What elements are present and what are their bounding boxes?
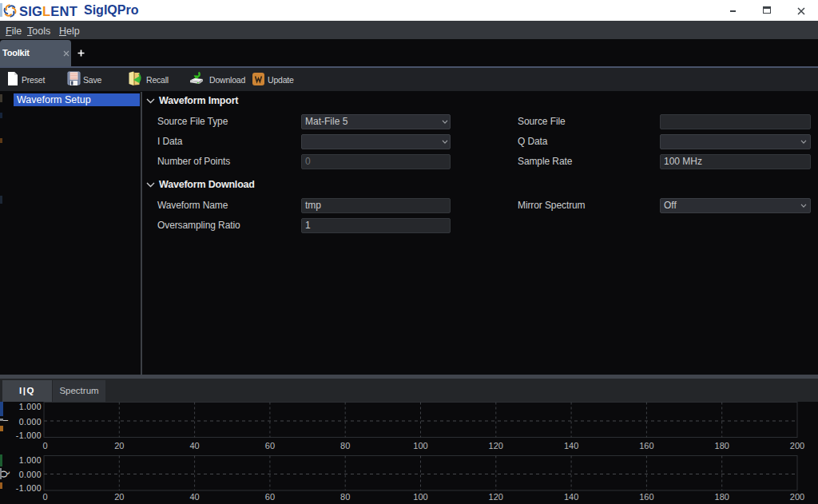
- svg-text:140: 140: [564, 492, 578, 502]
- svg-text:1.000: 1.000: [19, 402, 42, 411]
- svg-text:80: 80: [340, 441, 350, 450]
- svg-text:60: 60: [265, 492, 275, 502]
- svg-text:0.000: 0.000: [19, 470, 42, 479]
- svg-text:-1.000: -1.000: [16, 483, 42, 493]
- svg-text:0.000: 0.000: [19, 417, 42, 427]
- svg-text:160: 160: [639, 492, 653, 502]
- svg-text:160: 160: [639, 441, 653, 450]
- svg-text:120: 120: [489, 492, 503, 502]
- svg-text:-1.000: -1.000: [16, 431, 42, 440]
- svg-text:180: 180: [715, 441, 729, 450]
- svg-text:100: 100: [413, 441, 427, 450]
- svg-text:1.000: 1.000: [19, 455, 42, 465]
- svg-text:180: 180: [715, 492, 729, 502]
- svg-text:0: 0: [42, 492, 47, 502]
- svg-text:100: 100: [413, 492, 427, 502]
- svg-text:120: 120: [489, 441, 503, 450]
- svg-text:140: 140: [564, 441, 578, 450]
- svg-text:20: 20: [114, 441, 124, 450]
- svg-text:40: 40: [189, 441, 199, 450]
- svg-text:40: 40: [189, 492, 199, 502]
- svg-text:80: 80: [340, 492, 350, 502]
- svg-text:200: 200: [790, 441, 804, 450]
- svg-text:20: 20: [114, 492, 124, 502]
- svg-text:0: 0: [42, 441, 47, 450]
- svg-text:60: 60: [265, 441, 275, 450]
- svg-text:200: 200: [790, 492, 804, 502]
